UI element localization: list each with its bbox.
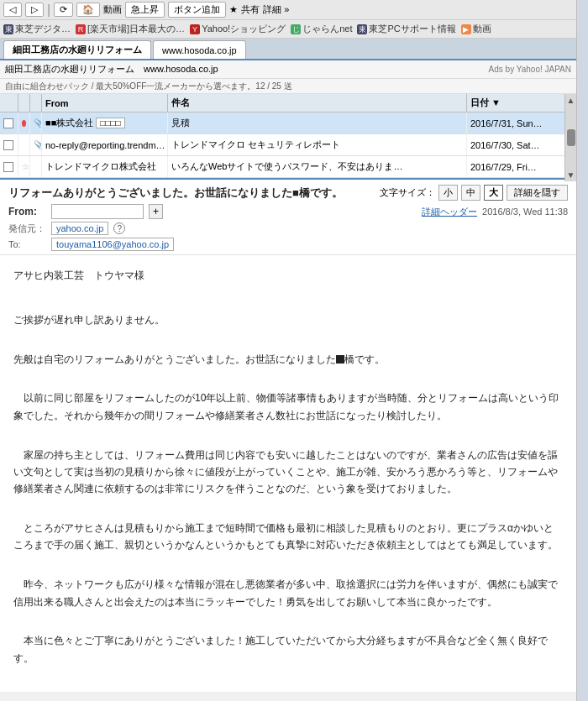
body-salutation: アサヒ内装工芸 トウヤマ様: [13, 267, 563, 284]
font-size-small[interactable]: 小: [438, 185, 458, 201]
checkbox-2[interactable]: [3, 140, 13, 150]
home-button[interactable]: 🏠: [76, 3, 100, 17]
checkbox-3[interactable]: [3, 162, 13, 172]
sender-value: yahoo.co.jp: [51, 222, 108, 235]
ad-provider: Ads by Yahoo! JAPAN: [489, 65, 571, 74]
email-view: リフォームありがとうございました。お世話になりました■橋です。 文字サイズ： 小…: [0, 178, 576, 692]
add-button[interactable]: ボタン追加: [168, 2, 226, 18]
right-sidebar: [576, 0, 588, 701]
body-para2: 以前に同じ部屋をリフォームしたのが10年以上前、物価等諸事情もありますが当時随、…: [13, 390, 563, 424]
toolbar-detail: 詳細 »: [263, 3, 289, 16]
email-row-2[interactable]: 📎 no-reply@reporting.trendm… トレンドマイクロ セキ…: [0, 134, 576, 156]
forward-button[interactable]: ▷: [25, 3, 44, 17]
add-from-button[interactable]: +: [149, 204, 163, 219]
attach-icon-1: 📎: [34, 118, 42, 128]
bookmark-yahoo-shopping[interactable]: Y Yahoo!ショッピング: [190, 23, 286, 35]
email-from-row: From: + 詳細ヘッダー 2016/8/3, Wed 11:38: [8, 204, 568, 219]
bookmark-icon-support: 東: [357, 24, 367, 34]
email-row-1-attach: 📎: [30, 112, 42, 133]
toolbar-sep2: ★: [229, 4, 238, 15]
bookmark-toshiba[interactable]: 東 東芝デジタ…: [3, 23, 71, 35]
bookmark-icon-toshiba: 東: [3, 24, 13, 34]
email-row-3-date: 2016/7/29, Fri…: [467, 156, 576, 177]
email-timestamp: 2016/8/3, Wed 11:38: [482, 207, 568, 217]
toolbar-label-video: 動画: [103, 3, 122, 16]
sender-label: 発信元：: [8, 222, 46, 235]
email-row-1-flag: [18, 112, 30, 133]
bookmark-icon-rakuten: R: [76, 24, 86, 34]
body-para1: 先般は自宅のリフォームありがとうございました。お世話になりました橋です。: [13, 351, 563, 368]
bookmark-toshiba-support[interactable]: 東 東芝PCサポート情報: [357, 23, 455, 35]
body-para4: ところがアサヒさんは見積もりから施工まで短時間で価格も最初に相談した見積もりのと…: [13, 520, 563, 554]
email-list-header: From 件名 日付 ▼: [0, 94, 576, 112]
to-label: To:: [8, 239, 46, 249]
email-subject: リフォームありがとうございました。お世話になりました■橋です。: [8, 186, 343, 201]
email-row-2-date: 2016/7/30, Sat…: [467, 134, 576, 155]
col-header-subject[interactable]: 件名: [168, 94, 467, 112]
toolbar-separator: |: [47, 3, 50, 18]
sender-help-icon[interactable]: ?: [113, 222, 125, 234]
scroll-down-arrow[interactable]: ▼: [565, 169, 577, 181]
tab-hosoda[interactable]: 細田工務店の水廻りリフォーム: [3, 40, 151, 59]
back-button[interactable]: ◁: [3, 3, 22, 17]
col-subject-label: 件名: [171, 97, 190, 109]
to-value: touyama1106@yahoo.co.jp: [51, 238, 174, 251]
toolbar-share: 共有: [241, 3, 260, 16]
email-row-2-from: no-reply@reporting.trendm…: [42, 134, 168, 155]
black-square-1: [336, 355, 344, 364]
email-row-1[interactable]: 📎 ■■株式会社 □□□□ 見積 2016/7/31, Sun…: [0, 112, 576, 134]
font-size-controls: 文字サイズ： 小 中 大 詳細を隠す: [380, 185, 568, 201]
refresh-button[interactable]: ⟳: [54, 3, 73, 17]
bookmark-icon-jalan: じ: [291, 24, 301, 34]
scroll-up-arrow[interactable]: ▲: [565, 94, 577, 107]
checkbox-1[interactable]: [3, 118, 13, 128]
email-row-3-subject-text: いろんなWebサイトで使うパスワード、不安はありま…: [171, 160, 402, 173]
email-view-header: リフォームありがとうございました。お世話になりました■橋です。 文字サイズ： 小…: [0, 180, 576, 255]
email-subject-line: リフォームありがとうございました。お世話になりました■橋です。 文字サイズ： 小…: [8, 185, 568, 201]
email-row-1-from-text: ■■株式会社 □□□□: [45, 117, 125, 129]
email-row-2-subject: トレンドマイクロ セキュリティレポート: [168, 134, 467, 155]
col-header-from[interactable]: From: [42, 94, 168, 112]
email-row-2-date-text: 2016/7/30, Sat…: [470, 140, 540, 150]
email-row-2-flag: [18, 134, 30, 155]
body-para5: 昨今、ネットワークも広がり様々な情報が混在し悪徳業者が多い中、取捨選択には労力を…: [13, 576, 563, 610]
from-label: From:: [8, 206, 46, 217]
email-list-section: From 件名 日付 ▼ 📎 ■■株式会社 □□□□: [0, 94, 576, 178]
col-from-label: From: [45, 98, 69, 108]
email-row-2-subject-text: トレンドマイクロ セキュリティレポート: [171, 139, 340, 151]
detail-hide-button[interactable]: 詳細を隠す: [507, 185, 568, 201]
email-list-scrollbar[interactable]: ▲ ▼: [564, 94, 576, 181]
col-header-date[interactable]: 日付 ▼: [467, 94, 576, 112]
scroll-thumb[interactable]: [567, 129, 575, 146]
bookmark-rakuten[interactable]: R [楽天市場]日本最大の…: [76, 23, 185, 35]
star-icon-3: ☆: [22, 162, 29, 171]
detail-header-link[interactable]: 詳細ヘッダー: [422, 206, 477, 218]
email-row-3-check[interactable]: [0, 156, 18, 177]
email-row-1-subject: 見積: [168, 112, 467, 133]
bookmark-jalan[interactable]: じ じゃらんnet: [291, 23, 352, 35]
body-para6: 本当に色々とご丁寧にありがとうございました！施工していただいてから大分経ちますが…: [13, 632, 563, 667]
email-row-1-date: 2016/7/31, Sun…: [467, 112, 576, 133]
email-row-3-flag: ☆: [18, 156, 30, 177]
tab-bar: 細田工務店の水廻りリフォーム www.hosoda.co.jp: [0, 39, 576, 60]
col-header-flag: [18, 94, 30, 112]
font-size-medium[interactable]: 中: [461, 185, 480, 201]
email-row-3[interactable]: ☆ トレンドマイクロ株式会社 いろんなWebサイトで使うパスワード、不安はありま…: [0, 156, 576, 178]
tab-hosoda-url[interactable]: www.hosoda.co.jp: [153, 40, 246, 59]
email-sender-row: 発信元： yahoo.co.jp ?: [8, 222, 568, 235]
email-row-1-date-text: 2016/7/31, Sun…: [470, 118, 543, 128]
bookmarks-bar: 東 東芝デジタ… R [楽天市場]日本最大の… Y Yahoo!ショッピング じ…: [0, 20, 576, 39]
ad-bar: 細田工務店の水廻りリフォーム www.hosoda.co.jp Ads by Y…: [0, 60, 576, 79]
email-row-1-subject-text: 見積: [171, 117, 190, 129]
body-para7: 不動産賃貸をする知人にもこちらのことは知りたいということでお知らせしておきました…: [13, 689, 563, 692]
email-row-2-check[interactable]: [0, 134, 18, 155]
from-input-field[interactable]: [51, 204, 144, 219]
rise-button[interactable]: 急上昇: [125, 2, 165, 18]
email-row-1-check[interactable]: [0, 112, 18, 133]
font-size-large[interactable]: 大: [484, 185, 503, 201]
bookmark-video[interactable]: ▶ 動画: [461, 23, 491, 35]
font-size-label: 文字サイズ：: [380, 186, 435, 199]
col-header-check: [0, 94, 18, 112]
email-row-3-attach: [30, 156, 42, 177]
bookmark-icon-video: ▶: [461, 24, 471, 34]
